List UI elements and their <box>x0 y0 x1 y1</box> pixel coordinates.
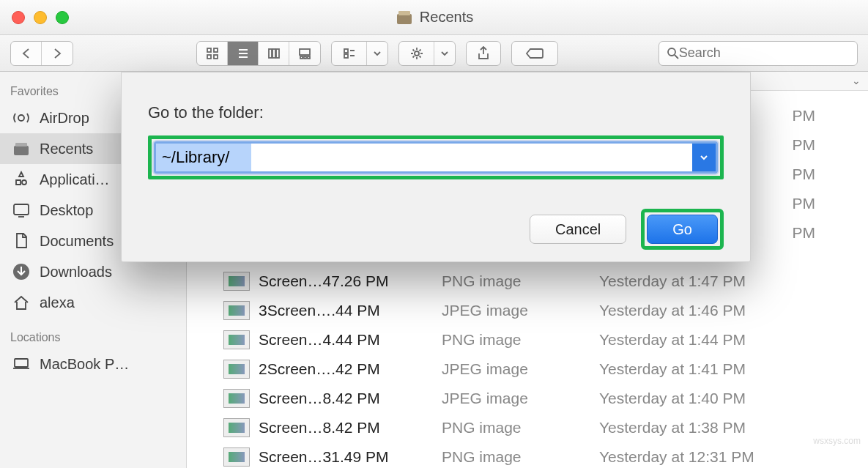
file-kind: PNG image <box>442 331 599 349</box>
action-menu-button[interactable] <box>398 41 456 66</box>
search-icon <box>667 47 679 60</box>
svg-rect-0 <box>397 14 412 24</box>
svg-rect-19 <box>15 143 27 146</box>
svg-rect-22 <box>15 359 28 367</box>
chevron-down-icon <box>700 153 708 162</box>
file-thumbnail <box>223 330 250 349</box>
file-kind: JPEG image <box>442 390 599 407</box>
chevron-down-icon: ⌄ <box>852 75 861 86</box>
table-row[interactable]: Screen…47.26 PMPNG imageYesterday at 1:4… <box>187 267 868 296</box>
table-row[interactable]: Screen…8.42 PMPNG imageYesterday at 1:38… <box>187 413 868 442</box>
sidebar-item-label: Downloads <box>40 264 112 281</box>
svg-rect-9 <box>300 49 310 55</box>
svg-rect-12 <box>308 56 310 59</box>
sidebar-item-label: Applicati… <box>40 171 110 188</box>
recents-title-icon <box>395 8 414 27</box>
search-field[interactable] <box>659 41 858 66</box>
svg-rect-1 <box>398 11 410 15</box>
icon-view-button[interactable] <box>197 42 228 65</box>
gallery-view-button[interactable] <box>289 42 320 65</box>
folder-path-input[interactable] <box>156 144 692 171</box>
file-date: Yesterday at 1:41 PM <box>599 360 746 378</box>
zoom-window-button[interactable] <box>56 11 69 24</box>
file-kind: JPEG image <box>442 302 599 319</box>
list-view-button[interactable] <box>228 42 259 65</box>
svg-rect-3 <box>214 48 218 52</box>
view-mode-group <box>196 41 321 66</box>
date-peek: PM PM PM PM PM <box>793 101 816 248</box>
file-date: Yesterday at 1:44 PM <box>599 331 746 349</box>
path-combobox[interactable] <box>154 141 718 174</box>
column-view-button[interactable] <box>259 42 289 65</box>
chevron-down-icon <box>367 42 387 65</box>
recents-icon <box>12 139 31 158</box>
minimize-window-button[interactable] <box>34 11 47 24</box>
file-name: Screen…4.44 PM <box>259 331 442 349</box>
toolbar <box>0 35 868 72</box>
sidebar-item-macbook[interactable]: MacBook P… <box>0 349 186 379</box>
close-window-button[interactable] <box>12 11 25 24</box>
table-row[interactable]: Screen…8.42 PMJPEG imageYesterday at 1:4… <box>187 384 868 413</box>
svg-rect-13 <box>344 49 348 53</box>
sidebar-item-label: alexa <box>40 294 75 311</box>
file-thumbnail <box>223 389 250 408</box>
sidebar-item-label: Recents <box>40 141 93 157</box>
file-date: Yesterday at 1:46 PM <box>599 302 746 319</box>
svg-rect-10 <box>300 56 303 59</box>
file-date: Yesterday at 1:40 PM <box>599 390 746 407</box>
table-row[interactable]: Screen…4.44 PMPNG imageYesterday at 1:44… <box>187 325 868 354</box>
file-name: Screen…8.42 PM <box>259 390 442 407</box>
file-thumbnail <box>223 301 250 320</box>
tags-button[interactable] <box>511 41 558 66</box>
sidebar-item-label: Documents <box>40 233 114 250</box>
svg-point-15 <box>415 51 419 56</box>
file-date: Yesterday at 12:31 PM <box>599 448 754 466</box>
nav-back-forward <box>10 41 73 66</box>
path-dropdown-button[interactable] <box>692 144 716 171</box>
file-thumbnail <box>223 272 250 291</box>
svg-point-17 <box>18 115 24 121</box>
svg-rect-7 <box>272 49 275 58</box>
sidebar-item-label: AirDrop <box>40 110 89 127</box>
search-input[interactable] <box>679 45 850 61</box>
group-by-button[interactable] <box>331 41 388 66</box>
share-button[interactable] <box>466 41 501 66</box>
table-row[interactable]: 3Screen….44 PMJPEG imageYesterday at 1:4… <box>187 296 868 325</box>
table-row[interactable]: 2Screen….42 PMJPEG imageYesterday at 1:4… <box>187 354 868 384</box>
file-name: 2Screen….42 PM <box>259 360 442 378</box>
svg-rect-20 <box>14 204 29 215</box>
titlebar: Recents <box>0 0 868 35</box>
home-icon <box>12 293 31 312</box>
svg-rect-5 <box>214 55 218 59</box>
go-highlight: Go <box>641 209 724 250</box>
svg-rect-4 <box>207 55 211 59</box>
laptop-icon <box>12 354 31 374</box>
share-icon <box>476 46 491 61</box>
sidebar-item-label: MacBook P… <box>40 356 129 373</box>
applications-icon <box>12 170 31 189</box>
tag-icon <box>525 47 544 60</box>
cancel-button[interactable]: Cancel <box>530 215 626 244</box>
file-kind: JPEG image <box>442 360 599 378</box>
file-kind: PNG image <box>442 272 599 290</box>
airdrop-icon <box>12 108 31 127</box>
back-button[interactable] <box>11 42 42 65</box>
file-date: Yesterday at 1:47 PM <box>599 272 746 290</box>
path-highlight <box>148 135 724 179</box>
file-name: Screen…47.26 PM <box>259 272 442 290</box>
desktop-icon <box>12 201 31 220</box>
file-name: Screen…8.42 PM <box>259 419 442 437</box>
file-date: Yesterday at 1:38 PM <box>599 419 746 437</box>
svg-rect-18 <box>14 146 29 155</box>
svg-point-16 <box>668 48 675 56</box>
file-thumbnail <box>223 418 250 437</box>
forward-button[interactable] <box>42 42 73 65</box>
sidebar-item-label: Desktop <box>40 202 93 219</box>
go-to-folder-dialog: Go to the folder: Cancel Go <box>121 72 751 262</box>
window-title: Recents <box>420 9 473 26</box>
sidebar-item-home[interactable]: alexa <box>0 287 186 318</box>
sidebar-section-locations: Locations <box>0 325 186 349</box>
go-button[interactable]: Go <box>647 215 718 244</box>
downloads-icon <box>12 262 31 281</box>
table-row[interactable]: Screen…31.49 PMPNG imageYesterday at 12:… <box>187 442 868 468</box>
